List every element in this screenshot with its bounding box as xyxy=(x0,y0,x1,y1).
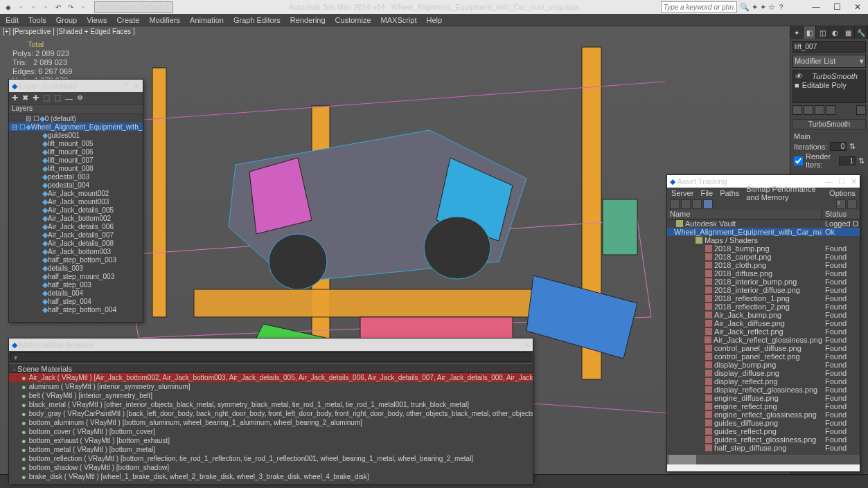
asset-scrollbar[interactable] xyxy=(667,455,860,464)
tab-display[interactable]: ▦ xyxy=(842,26,856,39)
tab-modify[interactable]: ◧ xyxy=(804,26,817,39)
layer-row[interactable]: ◆ half_step_bottom_003 xyxy=(9,255,143,264)
save-icon[interactable]: ▫ xyxy=(40,1,51,12)
layer-row[interactable]: ◆ Air_Jack_bottom002 xyxy=(9,214,143,222)
layer-row[interactable]: ◆ details_004 xyxy=(9,289,143,297)
layers-tree[interactable]: ⊟ ☐ ◆ 0 (default)⊟ ☐ ◆ Wheel_Alignment_E… xyxy=(9,114,143,322)
menu-animation[interactable]: Animation xyxy=(190,16,224,24)
new-icon[interactable]: ▫ xyxy=(15,1,26,12)
material-group-header[interactable]: - Scene Materials xyxy=(9,363,533,373)
menu-views[interactable]: Views xyxy=(87,16,107,24)
view1-icon[interactable] xyxy=(681,199,691,209)
layer-row[interactable]: ◆ Air_Jack_mount003 xyxy=(9,197,143,206)
layer-row[interactable]: ◆ half_step_004 xyxy=(9,297,143,305)
modifier-stack[interactable]: 👁 TurboSmooth ■ Editable Poly xyxy=(792,70,866,103)
asset-row[interactable]: 2018_carpet.pngFound xyxy=(667,253,860,261)
highlight-icon[interactable]: ⬚ xyxy=(54,93,61,102)
menu-maxscript[interactable]: MAXScript xyxy=(381,16,417,24)
layer-row[interactable]: ◆ guides001 xyxy=(9,131,143,139)
asset-row[interactable]: display_bump.pngFound xyxy=(667,361,860,369)
asset-row[interactable]: display_reflect.pngFound xyxy=(667,377,860,386)
menu-modifiers[interactable]: Modifiers xyxy=(149,16,180,24)
app-icon[interactable]: ◆ xyxy=(3,1,14,12)
asset-row[interactable]: display_reflect_glossiness.pngFound xyxy=(667,386,860,394)
asset-row[interactable]: guides_diffuse.pngFound xyxy=(667,419,860,427)
asset-row[interactable]: 2018_reflection_1.pngFound xyxy=(667,294,860,302)
view3-icon[interactable] xyxy=(703,199,713,209)
viewport-label[interactable]: [+] [Perspective ] [Shaded + Edged Faces… xyxy=(3,28,135,35)
add-to-layer-icon[interactable]: ✚ xyxy=(33,93,39,102)
asset-menu-item[interactable]: Bitmap Performance and Memory xyxy=(746,185,822,201)
asset-menu-item[interactable]: File xyxy=(700,189,713,197)
menu-edit[interactable]: Edit xyxy=(6,16,19,24)
menu-create[interactable]: Create xyxy=(116,16,139,24)
asset-row[interactable]: half_step_diffuse.pngFound xyxy=(667,444,860,452)
tab-utilities[interactable]: 🔧 xyxy=(855,26,868,39)
asset-row[interactable]: engine_reflect.pngFound xyxy=(667,402,860,410)
view2-icon[interactable] xyxy=(692,199,702,209)
eye-icon[interactable]: 👁 xyxy=(795,72,802,81)
layer-row[interactable]: ◆ lift_mount_007 xyxy=(9,156,143,164)
minimize-icon[interactable]: — xyxy=(825,177,833,186)
close-icon[interactable]: ✕ xyxy=(134,82,140,91)
selection-name[interactable]: lift_007 xyxy=(792,41,866,53)
maximize-button[interactable]: ☐ xyxy=(826,0,847,14)
iterations-input[interactable] xyxy=(830,142,847,151)
rollout-header[interactable]: TurboSmooth xyxy=(792,119,866,129)
asset-row[interactable]: Air_Jack_reflect.pngFound xyxy=(667,327,860,336)
select-layer-icon[interactable]: ⬚ xyxy=(43,93,50,102)
asset-row[interactable]: 2018_diffuse.pngFound xyxy=(667,269,860,278)
asset-row[interactable]: Maps / Shaders xyxy=(667,236,860,244)
layer-row[interactable]: ◆ pedestal_004 xyxy=(9,181,143,189)
layer-row[interactable]: ◆ half_step_003 xyxy=(9,280,143,289)
asset-row[interactable]: Air_Jack_bump.pngFound xyxy=(667,311,860,319)
asset-row[interactable]: 2018_reflection_2.pngFound xyxy=(667,302,860,311)
undo-icon[interactable]: ↶ xyxy=(53,1,64,12)
menu-customize[interactable]: Customize xyxy=(335,16,371,24)
asset-list[interactable]: Autodesk VaultLogged OWheel_Alignment_Eq… xyxy=(667,219,860,455)
asset-row[interactable]: guides_reflect_glossiness.pngFound xyxy=(667,435,860,444)
asset-row[interactable]: display_diffuse.pngFound xyxy=(667,369,860,377)
help-icon[interactable]: ? xyxy=(836,199,846,209)
material-row[interactable]: ●bottom_exhaust ( VRayMtl ) [bottom_exha… xyxy=(9,436,533,445)
spinner-icon[interactable]: ⇅ xyxy=(849,142,856,151)
layer-row[interactable]: ⊟ ☐ ◆ Wheel_Alignment_Equipment_with_Car xyxy=(9,123,143,131)
search-tools[interactable]: 🔍 ✦ ✦ ☆ ？ xyxy=(740,2,785,12)
layer-row[interactable]: ◆ half_step_mount_003 xyxy=(9,272,143,280)
layer-row[interactable]: ◆ Air_Jack_details_006 xyxy=(9,222,143,231)
tab-create[interactable]: ✦ xyxy=(790,26,804,39)
layer-row[interactable]: ◆ Air_Jack_details_008 xyxy=(9,239,143,247)
menu-group[interactable]: Group xyxy=(56,16,78,24)
layer-row[interactable]: ◆ lift_mount_008 xyxy=(9,164,143,172)
layer-row[interactable]: ◆ lift_mount_006 xyxy=(9,147,143,156)
material-row[interactable]: ●belt ( VRayMtl ) [interior_symmetry_bel… xyxy=(9,391,533,400)
layers-titlebar[interactable]: ◆ Layer: 0 (default) ?✕ xyxy=(9,80,143,92)
open-icon[interactable]: ▫ xyxy=(28,1,39,12)
layer-row[interactable]: ◆ Air_Jack_details_005 xyxy=(9,206,143,214)
material-row[interactable]: ●brake_disk ( VRayMtl ) [wheel_1_brake_d… xyxy=(9,472,533,481)
asset-row[interactable]: guides_reflect.pngFound xyxy=(667,427,860,435)
refresh-icon[interactable] xyxy=(670,199,680,209)
remove-icon[interactable] xyxy=(826,105,835,115)
asset-row[interactable]: engine_reflect_glossiness.pngFound xyxy=(667,410,860,419)
material-list[interactable]: ●Air_Jack ( VRayMtl ) [Air_Jack_bottom00… xyxy=(9,373,533,484)
maximize-icon[interactable]: ☐ xyxy=(838,177,845,186)
asset-row[interactable]: 2018_interior_diffuse.pngFound xyxy=(667,286,860,294)
menu-rendering[interactable]: Rendering xyxy=(290,16,326,24)
asset-menu-item[interactable]: Options xyxy=(829,189,856,197)
layer-row[interactable]: ◆ half_step_bottom_004 xyxy=(9,305,143,314)
modifier-list-dropdown[interactable]: Modifier List▾ xyxy=(792,55,866,68)
options-icon[interactable] xyxy=(847,199,857,209)
material-titlebar[interactable]: ◆ Material/Map Browser ✕ xyxy=(9,338,533,351)
col-name[interactable]: Name xyxy=(667,210,822,219)
asset-menu-item[interactable]: Paths xyxy=(720,189,739,197)
close-button[interactable]: ✕ xyxy=(847,0,868,14)
hide-icon[interactable]: — xyxy=(65,94,73,102)
pin-icon[interactable] xyxy=(792,105,802,115)
material-search-input[interactable]: ▾ xyxy=(10,352,531,362)
minimize-button[interactable]: — xyxy=(806,0,826,14)
material-row[interactable]: ●bottom_reflection ( VRayMtl ) [bottom_r… xyxy=(9,454,533,463)
material-row[interactable]: ●bottom_metal ( VRayMtl ) [bottom_metal] xyxy=(9,445,533,454)
asset-row[interactable]: 2018_bump.pngFound xyxy=(667,244,860,253)
asset-row[interactable]: control_panel_diffuse.pngFound xyxy=(667,344,860,352)
